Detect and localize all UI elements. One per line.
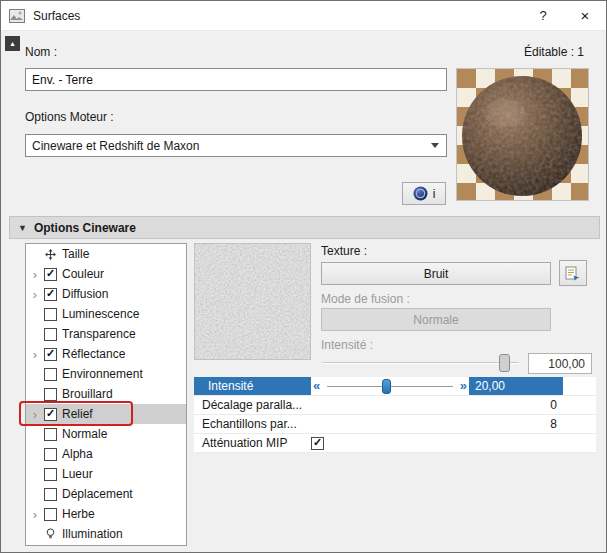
checkbox[interactable] xyxy=(44,468,57,481)
tree-item-label: Environnement xyxy=(62,367,143,381)
expander-icon[interactable]: › xyxy=(31,348,39,361)
window-title: Surfaces xyxy=(33,9,80,23)
noise-texture-preview xyxy=(194,243,311,360)
checkbox[interactable] xyxy=(44,428,57,441)
cineware-icon xyxy=(413,186,428,201)
checkbox[interactable] xyxy=(44,388,57,401)
section-header-options-cineware[interactable]: ▼ Options Cineware xyxy=(9,216,600,239)
tree-item-luminescence[interactable]: › Luminescence xyxy=(26,304,186,324)
cineware-info-button[interactable]: i xyxy=(402,182,446,205)
checkbox[interactable] xyxy=(44,408,57,421)
texture-label: Texture : xyxy=(321,244,367,258)
tree-item-label: Couleur xyxy=(62,267,104,281)
checkbox[interactable] xyxy=(44,328,57,341)
blend-mode-select: Normale xyxy=(321,308,551,331)
tree-item-relief[interactable]: › Relief xyxy=(26,404,186,424)
tree-item-label: Diffusion xyxy=(62,287,108,301)
texture-settings-button[interactable] xyxy=(559,260,587,286)
checkbox[interactable] xyxy=(44,268,57,281)
tree-item-normale[interactable]: › Normale xyxy=(26,424,186,444)
checkbox[interactable] xyxy=(44,288,57,301)
property-row-decalage[interactable]: Décalage paralla... 0 xyxy=(194,396,596,415)
tree-item-label: Illumination xyxy=(62,527,123,541)
property-label: Atténuation MIP xyxy=(194,434,311,452)
texture-intensity-slider xyxy=(321,352,521,374)
tree-item-diffusion[interactable]: › Diffusion xyxy=(26,284,186,304)
attenuation-mip-checkbox[interactable] xyxy=(311,437,324,450)
tree-item-label: Déplacement xyxy=(62,487,133,501)
tree-item-transparence[interactable]: › Transparence xyxy=(26,324,186,344)
property-row-echantillons[interactable]: Echantillons par... 8 xyxy=(194,415,596,434)
slider-track xyxy=(323,362,519,364)
texture-type-button[interactable]: Bruit xyxy=(321,262,551,285)
slider-handle[interactable] xyxy=(382,379,391,394)
tree-item-brouillard[interactable]: › Brouillard xyxy=(26,384,186,404)
tree-item-reflectance[interactable]: › Réflectance xyxy=(26,344,186,364)
blend-mode-label: Mode de fusion : xyxy=(321,292,410,306)
tree-item-label: Normale xyxy=(62,427,107,441)
property-label: Décalage paralla... xyxy=(194,396,311,414)
slider-handle xyxy=(499,354,510,372)
tree-item-label: Brouillard xyxy=(62,387,113,401)
surfaces-dialog-icon xyxy=(9,9,25,23)
scrub-right-icon[interactable]: » xyxy=(460,378,467,393)
info-icon: i xyxy=(433,187,436,201)
surfaces-dialog: Surfaces ? × ▲ Nom : Éditable : 1 xyxy=(0,0,607,553)
section-title: Options Cineware xyxy=(34,221,136,235)
checkbox[interactable] xyxy=(44,348,57,361)
texture-intensity-label: Intensité : xyxy=(321,338,373,352)
close-button[interactable]: × xyxy=(564,1,606,31)
tree-item-deplacement[interactable]: › Déplacement xyxy=(26,484,186,504)
engine-select-value: Cineware et Redshift de Maxon xyxy=(32,139,431,153)
tree-item-label: Lueur xyxy=(62,467,93,481)
tree-item-alpha[interactable]: › Alpha xyxy=(26,444,186,464)
tree-item-environnement[interactable]: › Environnement xyxy=(26,364,186,384)
tree-item-label: Alpha xyxy=(62,447,93,461)
tree-item-label: Relief xyxy=(62,407,93,421)
property-value[interactable]: 0 xyxy=(469,396,563,414)
checkbox[interactable] xyxy=(44,308,57,321)
tree-item-herbe[interactable]: › Herbe xyxy=(26,504,186,524)
scrub-left-icon[interactable]: « xyxy=(313,378,320,393)
tree-item-label: Réflectance xyxy=(62,347,125,361)
name-label: Nom : xyxy=(25,45,57,59)
collapse-panel-button[interactable]: ▲ xyxy=(5,36,20,51)
properties-table: Intensité « » Décalage paralla... 0 Echa… xyxy=(194,377,596,453)
bulb-icon xyxy=(44,528,57,541)
checkbox[interactable] xyxy=(44,488,57,501)
expander-icon[interactable]: › xyxy=(31,288,39,301)
tree-item-illumination[interactable]: › Illumination xyxy=(26,524,186,544)
intensity-value-input[interactable] xyxy=(475,379,557,393)
help-button[interactable]: ? xyxy=(522,1,564,31)
surface-preview-sphere xyxy=(457,69,588,200)
engine-select[interactable]: Cineware et Redshift de Maxon xyxy=(25,134,447,157)
tree-item-label: Herbe xyxy=(62,507,95,521)
texture-intensity-value[interactable] xyxy=(528,353,592,374)
tree-item-label: Taille xyxy=(62,247,89,261)
surface-channel-tree: › Taille › Couleur › Diffusion › Lumines… xyxy=(25,243,187,546)
chevron-down-icon xyxy=(431,143,439,148)
tree-item-label: Luminescence xyxy=(62,307,139,321)
tree-item-lueur[interactable]: › Lueur xyxy=(26,464,186,484)
editable-count-label: Éditable : 1 xyxy=(524,45,584,59)
surface-render-preview xyxy=(456,68,589,201)
checkbox[interactable] xyxy=(44,448,57,461)
property-value[interactable]: 8 xyxy=(469,415,563,433)
property-row-intensite[interactable]: Intensité « » xyxy=(194,377,596,396)
expander-icon[interactable]: › xyxy=(31,508,39,521)
property-label: Echantillons par... xyxy=(194,415,311,433)
tree-item-taille[interactable]: › Taille xyxy=(26,244,186,264)
checkbox[interactable] xyxy=(44,508,57,521)
engine-label: Options Moteur : xyxy=(25,110,114,124)
expander-icon[interactable]: › xyxy=(31,408,39,421)
expander-icon[interactable]: › xyxy=(31,268,39,281)
intensity-slider[interactable]: « » xyxy=(311,377,469,395)
collapse-triangle-icon: ▼ xyxy=(18,223,27,233)
tree-item-couleur[interactable]: › Couleur xyxy=(26,264,186,284)
checkbox[interactable] xyxy=(44,368,57,381)
property-row-attenuation-mip[interactable]: Atténuation MIP xyxy=(194,434,596,453)
tree-item-label: Transparence xyxy=(62,327,136,341)
property-label: Intensité xyxy=(194,377,311,395)
titlebar: Surfaces ? × xyxy=(1,1,606,31)
name-input[interactable] xyxy=(25,68,447,91)
